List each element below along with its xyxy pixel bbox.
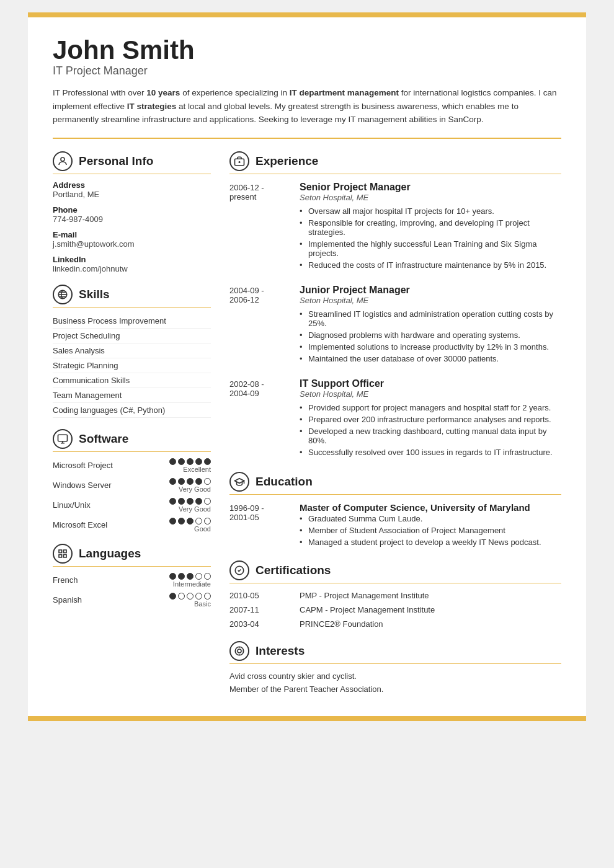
dot [169,478,176,485]
personal-info-phone: Phone 774-987-4009 [53,205,211,224]
experience-icon [229,151,249,171]
personal-info-header: Personal Info [53,151,211,174]
dot [195,518,202,525]
education-entry: 1996-09 -2001-05 Master of Computer Scie… [229,502,561,548]
dot [195,593,202,600]
dot [204,573,211,580]
software-row: Microsoft Project Excellent [53,458,211,473]
interest-item: Member of the Parent Teacher Association… [229,684,561,694]
dot [169,498,176,505]
dot [178,458,185,465]
certifications-icon [229,560,249,580]
interest-item: Avid cross country skier and cyclist. [229,671,561,681]
software-row: Linux/Unix Very Good [53,498,211,513]
dot [169,518,176,525]
skill-item: Team Management [53,388,211,403]
svg-point-7 [235,647,244,655]
dot [187,573,194,580]
experience-entry: 2002-08 -2004-09 IT Support Officer Seto… [229,378,561,458]
languages-icon [53,544,73,564]
dot [187,478,194,485]
software-list: Microsoft Project Excellent [53,458,211,533]
skills-icon [53,285,73,304]
certification-entry: 2003-04 PRINCE2® Foundation [229,619,561,629]
dot [178,478,185,485]
left-column: Personal Info Address Portland, ME Phone… [53,151,211,698]
software-row: Windows Server Very Good [53,478,211,493]
dot [169,573,176,580]
skills-list: Business Process Improvement Project Sch… [53,314,211,418]
language-row: Spanish Basic [53,593,211,608]
experience-title: Experience [256,154,318,168]
certification-entry: 2007-11 CAPM - Project Management Instit… [229,605,561,614]
personal-info-address: Address Portland, ME [53,180,211,199]
dot [195,478,202,485]
personal-info-linkedin: LinkedIn linkedin.com/johnutw [53,255,211,273]
header-section: John Smith IT Project Manager IT Profess… [53,36,561,139]
interests-list: Avid cross country skier and cyclist. Me… [229,671,561,694]
top-bar [28,12,586,17]
personal-info-title: Personal Info [79,154,153,168]
dot [204,593,211,600]
language-row: French Intermediate [53,573,211,588]
personal-info-email: E-mail j.smith@uptowork.com [53,230,211,249]
languages-header: Languages [53,544,211,567]
skill-item: Project Scheduling [53,329,211,343]
right-column: Experience 2006-12 -present Senior Proje… [229,151,561,698]
resume-wrapper: John Smith IT Project Manager IT Profess… [28,12,586,721]
education-icon [229,472,249,492]
experience-entry: 2004-09 -2006-12 Junior Project Manager … [229,285,561,365]
software-row: Microsoft Excel Good [53,518,211,533]
dot [195,498,202,505]
dot [204,518,211,525]
languages-list: French Intermediate [53,573,211,608]
personal-info-icon [53,151,73,171]
dot [178,593,185,600]
dot [204,458,211,465]
dot [169,458,176,465]
software-header: Software [53,429,211,452]
interests-header: Interests [229,641,561,664]
candidate-summary: IT Professional with over 10 years of ex… [53,86,561,139]
candidate-name: John Smith [53,36,561,64]
skill-item: Business Process Improvement [53,314,211,329]
dot [187,593,194,600]
skill-item: Communication Skills [53,373,211,388]
dot [195,573,202,580]
dot [178,518,185,525]
skills-title: Skills [79,288,110,301]
dot [178,573,185,580]
software-title: Software [79,432,128,446]
dot [204,478,211,485]
languages-title: Languages [79,547,141,560]
interests-title: Interests [256,644,305,658]
experience-entry: 2006-12 -present Senior Project Manager … [229,182,561,271]
education-header: Education [229,472,561,495]
education-list: 1996-09 -2001-05 Master of Computer Scie… [229,502,561,548]
bottom-bar [28,716,586,721]
skills-header: Skills [53,285,211,308]
education-title: Education [256,475,313,489]
skill-item: Coding languages (C#, Python) [53,403,211,418]
dot [187,458,194,465]
dot [204,498,211,505]
svg-rect-2 [58,435,68,441]
dot [169,593,176,600]
svg-point-0 [61,157,65,161]
software-icon [53,429,73,449]
candidate-title: IT Project Manager [53,64,561,78]
skill-item: Sales Analysis [53,343,211,358]
dot [178,498,185,505]
skill-item: Strategic Planning [53,358,211,373]
interests-icon [229,641,249,661]
experience-header: Experience [229,151,561,174]
certification-entry: 2010-05 PMP - Project Management Institu… [229,591,561,600]
experience-list: 2006-12 -present Senior Project Manager … [229,182,561,458]
dot [195,458,202,465]
dot [187,518,194,525]
certifications-header: Certifications [229,560,561,583]
certifications-title: Certifications [256,564,331,577]
dot [187,498,194,505]
certifications-list: 2010-05 PMP - Project Management Institu… [229,591,561,629]
